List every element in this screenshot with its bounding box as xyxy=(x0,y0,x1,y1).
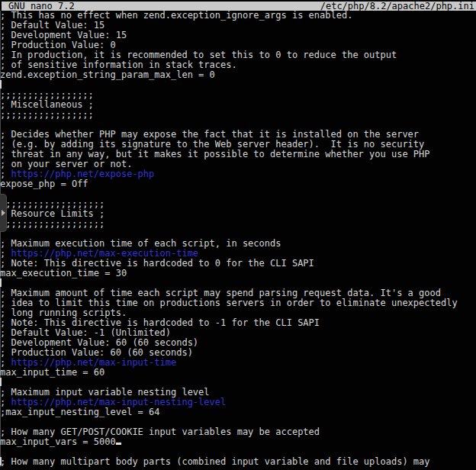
buffer-line: max_input_vars = 5000 xyxy=(0,437,476,447)
left-edge-border xyxy=(0,11,1,467)
buffer-line: zend.exception_string_param_max_len = 0 xyxy=(0,70,476,80)
buffer-line: ;;;;;;;;;;;;;;;;; xyxy=(0,110,476,120)
left-edge-artifact xyxy=(0,457,2,465)
comment-prefix: ; xyxy=(0,397,11,407)
left-edge-artifact xyxy=(0,378,2,386)
right-arrow-icon xyxy=(2,210,5,216)
php-net-link[interactable]: https://php.net/max-input-nesting-level xyxy=(11,397,226,407)
editor-buffer[interactable]: ; This has no effect when zend.exception… xyxy=(0,11,476,470)
php-net-link[interactable]: https://php.net/max-input-time xyxy=(11,357,176,368)
buffer-line: max_execution_time = 30 xyxy=(0,269,476,278)
left-edge-artifact xyxy=(0,278,2,287)
buffer-line: ;max_input_nesting_level = 64 xyxy=(0,407,476,417)
comment-prefix: ; xyxy=(0,169,11,179)
buffer-line: ;;;;;;;;;;;;;;;;;;; xyxy=(0,219,476,229)
buffer-line: ; How many multipart body parts (combine… xyxy=(0,457,476,467)
directive-text: max_input_vars = 5000 xyxy=(0,436,116,447)
terminal-cursor xyxy=(116,443,121,445)
side-panel-handle[interactable] xyxy=(0,194,7,232)
comment-prefix: ; xyxy=(0,357,11,368)
comment-prefix: ; xyxy=(0,248,11,259)
php-net-link[interactable]: https://php.net/max-execution-time xyxy=(11,248,198,259)
left-edge-artifact xyxy=(0,80,2,89)
php-net-link[interactable]: https://php.net/expose-php xyxy=(11,169,154,179)
terminal-window: GNU nano 7.2 /etc/php/8.2/apache2/php.in… xyxy=(0,0,476,470)
buffer-line: expose_php = Off xyxy=(0,179,476,189)
buffer-line: max_input_time = 60 xyxy=(0,368,476,378)
